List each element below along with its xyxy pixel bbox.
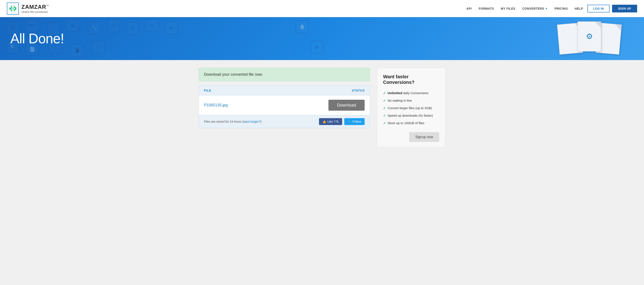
feature-item-1: ✓ Unlimited daily Conversions <box>383 89 439 97</box>
logo-subtitle: Online file conversion <box>22 10 49 14</box>
footer-storage-text: Files are stored for 24 hours (want long… <box>204 120 262 123</box>
feature-item-5: ✓ Store up to 100GB of files <box>383 119 439 127</box>
logo-text: ZAMZAR™ Online file conversion <box>22 4 49 14</box>
logo[interactable]: ZAMZAR™ Online file conversion <box>7 3 49 15</box>
nav-help[interactable]: HELP <box>574 7 583 10</box>
feature-text-3: Convert larger files (up to 2GB) <box>388 106 432 110</box>
check-icon-5: ✓ <box>383 121 386 125</box>
file-table-footer: Files are stored for 24 hours (want long… <box>199 115 370 128</box>
deco-icon-6: ✉ <box>107 19 120 32</box>
success-banner: Download your converted file now: <box>198 68 370 81</box>
check-icon-2: ✓ <box>383 99 386 103</box>
file-table-row: P1065135.jpg Download <box>199 95 370 115</box>
feature-text-4: Speed up downloads (5x faster) <box>388 114 433 117</box>
deco-icon-8: 🗂 <box>146 19 158 32</box>
download-button[interactable]: Download <box>328 100 365 111</box>
nav-my-files[interactable]: MY FILES <box>501 7 516 10</box>
col-file-label: FILE <box>204 89 211 92</box>
check-icon-4: ✓ <box>383 114 386 118</box>
file-table-header: FILE STATUS <box>199 86 370 95</box>
check-icon-1: ✓ <box>383 91 386 95</box>
nav-converters[interactable]: CONVERTERS ▼ <box>522 7 548 10</box>
twitter-follow-label: Follow <box>353 120 361 123</box>
feature-item-4: ✓ Speed up downloads (5x faster) <box>383 112 439 119</box>
deco-icon-7: ⬇ <box>126 23 139 35</box>
deco-icon-13: 📱 <box>71 44 84 57</box>
signup-now-button[interactable]: Signup now <box>409 132 439 142</box>
file-name-link[interactable]: P1065135.jpg <box>204 103 228 107</box>
header-buttons: LOG IN SIGN UP <box>588 5 637 13</box>
facebook-icon: 👍 <box>322 120 326 123</box>
deco-icon-5: 🔧 <box>88 22 101 34</box>
login-button[interactable]: LOG IN <box>588 5 610 13</box>
hero-banner: 🖼 PS ♪ ▶ 🔧 ✉ ⬇ 🗂 ▶ 🔍 📄 👤 📱 🗂 📋 ▶ All Don… <box>0 17 644 60</box>
file-graphic-2: ⚙ <box>578 22 601 52</box>
social-buttons: 👍 Like 77k 🐦 Follow <box>319 118 365 125</box>
signup-button[interactable]: SIGN UP <box>612 5 637 13</box>
hero-file-graphics: ⚙ <box>560 22 618 54</box>
logo-icon <box>7 3 19 15</box>
left-panel: Download your converted file now: FILE S… <box>198 68 370 128</box>
deco-icon-9: ▶ <box>165 22 178 34</box>
chevron-down-icon: ▼ <box>545 7 548 10</box>
success-message: Download your converted file now: <box>204 72 263 77</box>
feature-bold-1: Unlimited <box>388 91 402 95</box>
hero-title: All Done! <box>10 31 64 47</box>
check-icon-3: ✓ <box>383 106 386 110</box>
col-status-label: STATUS <box>352 89 365 92</box>
gear-icon: ⚙ <box>586 32 593 41</box>
feature-item-2: ✓ No waiting in line <box>383 97 439 104</box>
right-panel: Want faster Conversions? ✓ Unlimited dai… <box>377 68 446 147</box>
header: ZAMZAR™ Online file conversion API FORMA… <box>0 0 644 17</box>
main-content: Download your converted file now: FILE S… <box>194 68 450 147</box>
logo-svg <box>8 4 17 13</box>
feature-text-2: No waiting in line <box>388 99 412 102</box>
hero-decorative-icons: 🖼 PS ♪ ▶ 🔧 ✉ ⬇ 🗂 ▶ 🔍 📄 👤 📱 🗂 📋 ▶ <box>0 17 644 60</box>
feature-text-5: Store up to 100GB of files <box>388 121 424 125</box>
feature-list: ✓ Unlimited daily Conversions ✓ No waiti… <box>383 89 439 127</box>
want-longer-link[interactable]: want longer? <box>243 120 260 123</box>
deco-icon-14: 🗂 <box>92 41 105 54</box>
deco-icon-2: PS <box>26 19 38 32</box>
main-nav: API FORMATS MY FILES CONVERTERS ▼ PRICIN… <box>466 7 583 10</box>
feature-item-3: ✓ Convert larger files (up to 2GB) <box>383 104 439 112</box>
nav-pricing[interactable]: PRICING <box>555 7 568 10</box>
logo-name: ZAMZAR™ <box>22 4 49 10</box>
deco-icon-4: ▶ <box>66 19 79 32</box>
sidebar-title: Want faster Conversions? <box>383 74 439 85</box>
facebook-like-label: Like 77k <box>327 120 338 123</box>
nav-api[interactable]: API <box>466 7 472 10</box>
deco-icon-16: ▶ <box>311 41 324 54</box>
twitter-icon: 🐦 <box>348 120 351 123</box>
nav-formats[interactable]: FORMATS <box>478 7 494 10</box>
twitter-follow-button[interactable]: 🐦 Follow <box>344 118 365 125</box>
facebook-like-button[interactable]: 👍 Like 77k <box>319 118 342 125</box>
deco-icon-15: 📋 <box>296 20 308 33</box>
file-table: FILE STATUS P1065135.jpg Download Files … <box>198 86 370 128</box>
